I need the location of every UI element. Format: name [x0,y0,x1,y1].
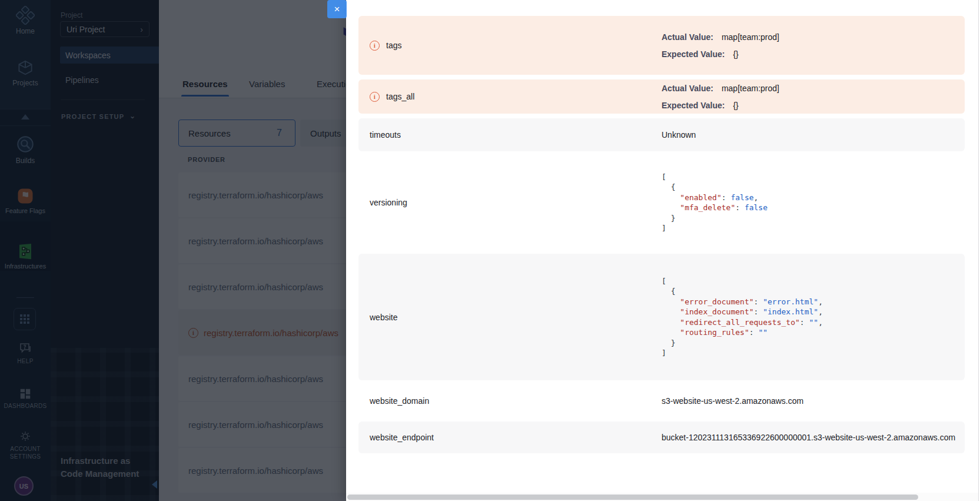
actual-value-line: Actual Value:map[team:prod] [662,32,965,42]
attribute-name-cell: versioning [358,156,662,249]
attribute-value: Unknown [662,130,965,140]
attribute-row-versioning: versioning[ { "enabled": false, "mfa_del… [358,156,965,249]
attribute-name-cell: website_domain [358,385,662,417]
attribute-name: versioning [370,198,407,207]
attribute-value-cell: Unknown [662,118,965,151]
attribute-name: website_endpoint [370,433,434,442]
attribute-row-website_endpoint: website_endpointbucket-12023111316533692… [358,422,965,453]
attribute-name: tags [386,41,401,50]
horizontal-scrollbar-thumb[interactable] [347,495,918,500]
attribute-name-cell: itags_all [358,79,662,114]
attribute-row-website: website[ { "error_document": "error.html… [358,254,965,380]
attribute-value-cell: [ { "enabled": false, "mfa_delete": fals… [662,156,965,249]
app-window: Home Projects Builds [0,0,980,501]
drift-warning-icon: i [370,41,380,51]
attribute-name-cell: website_endpoint [358,422,662,453]
resource-drift-modal: × itagsActual Value:map[team:prod]Expect… [346,0,980,501]
attribute-value-cell: Actual Value:map[team:prod]Expected Valu… [662,16,965,75]
expected-value-line: Expected Value:{} [662,101,965,110]
attribute-name-cell: timeouts [358,118,662,151]
attribute-name: timeouts [370,130,401,140]
attribute-rows: itagsActual Value:map[team:prod]Expected… [358,16,965,453]
attribute-value-json: [ { "error_document": "error.html", "ind… [662,276,965,359]
attribute-row-website_domain: website_domains3-website-us-west-2.amazo… [358,385,965,417]
horizontal-scrollbar-track[interactable] [346,493,980,501]
attribute-name: website [370,313,397,322]
expected-value-line: Expected Value:{} [662,49,965,59]
actual-value-line: Actual Value:map[team:prod] [662,84,965,93]
attribute-name-cell: itags [358,16,662,75]
attribute-value: bucket-120231113165336922600000001.s3-we… [662,433,965,442]
attribute-name: website_domain [370,396,429,406]
attribute-value-cell: s3-website-us-west-2.amazonaws.com [662,385,965,417]
close-modal-button[interactable]: × [327,0,347,18]
attribute-value-cell: [ { "error_document": "error.html", "ind… [662,254,965,380]
drift-warning-icon: i [370,92,380,102]
attribute-value-cell: bucket-120231113165336922600000001.s3-we… [662,422,965,453]
attribute-row-tags: itagsActual Value:map[team:prod]Expected… [358,16,965,75]
attribute-name-cell: website [358,254,662,380]
attribute-row-tags_all: itags_allActual Value:map[team:prod]Expe… [358,79,965,114]
close-icon: × [334,4,340,15]
attribute-value: s3-website-us-west-2.amazonaws.com [662,396,965,406]
attribute-row-timeouts: timeoutsUnknown [358,118,965,151]
attribute-value-cell: Actual Value:map[team:prod]Expected Valu… [662,79,965,114]
attribute-value-json: [ { "enabled": false, "mfa_delete": fals… [662,172,965,234]
attribute-name: tags_all [386,92,414,101]
